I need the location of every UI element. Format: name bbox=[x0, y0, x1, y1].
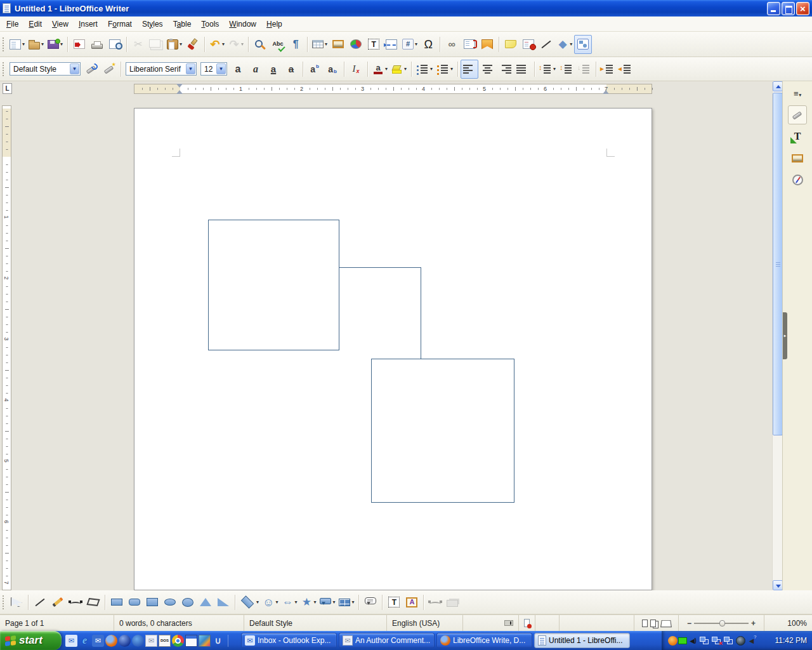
network-card-tray-icon[interactable] bbox=[678, 637, 687, 644]
update-style-button[interactable] bbox=[82, 60, 100, 79]
show-draw-functions-button[interactable] bbox=[574, 35, 592, 54]
insert-table-button[interactable]: ▾ bbox=[310, 35, 329, 54]
ellipse-button[interactable] bbox=[161, 593, 179, 612]
menu-help[interactable]: Help bbox=[261, 18, 287, 30]
zoom-slider-track[interactable] bbox=[694, 623, 749, 624]
thunderbird-icon[interactable] bbox=[132, 635, 144, 647]
minimize-button[interactable] bbox=[767, 2, 780, 15]
circle-button[interactable] bbox=[179, 593, 197, 612]
document-page[interactable] bbox=[134, 108, 652, 590]
menu-file[interactable]: File bbox=[1, 18, 23, 30]
basic-shapes-button[interactable]: ◆▾ bbox=[555, 35, 574, 54]
basic-shapes-dropdown-arrow[interactable]: ▾ bbox=[256, 599, 259, 605]
bold-button[interactable]: a bbox=[229, 60, 247, 79]
redo-button[interactable]: ↷▾ bbox=[226, 35, 246, 54]
outlook-express-icon[interactable] bbox=[65, 635, 77, 647]
new-document-dropdown-arrow[interactable]: ▾ bbox=[22, 41, 25, 47]
zoom-in-icon[interactable]: + bbox=[751, 619, 756, 628]
line-spacing-dropdown-arrow[interactable]: ▾ bbox=[553, 66, 556, 72]
print-button[interactable] bbox=[88, 35, 106, 54]
zoom-out-icon[interactable]: − bbox=[687, 619, 691, 628]
undo-dropdown-arrow[interactable]: ▾ bbox=[222, 41, 225, 47]
open-button[interactable]: ▾ bbox=[27, 35, 46, 54]
audio-tray-icon[interactable] bbox=[746, 635, 757, 646]
internet-explorer-icon[interactable] bbox=[79, 635, 91, 647]
sidebar-gallery-panel[interactable] bbox=[788, 149, 807, 168]
open-dropdown-arrow[interactable]: ▾ bbox=[41, 41, 44, 47]
align-justify-button[interactable] bbox=[514, 60, 532, 79]
callout-shapes-dropdown-arrow[interactable]: ▾ bbox=[332, 599, 335, 605]
subscript-button[interactable]: ab bbox=[324, 60, 341, 79]
select-button[interactable] bbox=[8, 593, 25, 612]
toolbar-grip[interactable] bbox=[3, 37, 5, 51]
font-size-combo[interactable]: 12▼ bbox=[200, 62, 227, 76]
network2-tray-icon[interactable] bbox=[724, 635, 735, 646]
vertical-scrollbar[interactable] bbox=[772, 81, 782, 590]
line-spacing-button[interactable]: ▾ bbox=[537, 60, 558, 79]
basic-shapes-dropdown-arrow[interactable]: ▾ bbox=[570, 41, 572, 47]
print-preview-button[interactable] bbox=[106, 35, 124, 54]
basic-shapes-button[interactable]: ▾ bbox=[238, 593, 261, 612]
toolbar-grip[interactable] bbox=[3, 595, 5, 609]
task-button-email[interactable]: An Author Comment... bbox=[339, 633, 435, 648]
font-size-dropdown-arrow[interactable]: ▼ bbox=[216, 63, 226, 74]
toggle-extrusion-button[interactable] bbox=[444, 593, 462, 612]
align-left-button[interactable] bbox=[461, 60, 478, 79]
clear-formatting-button[interactable]: Ix bbox=[347, 60, 365, 79]
insert-comment-button[interactable] bbox=[502, 35, 520, 54]
opera-icon[interactable] bbox=[119, 635, 131, 647]
strikethrough-button[interactable]: a bbox=[282, 60, 300, 79]
export-pdf-button[interactable] bbox=[70, 35, 88, 54]
page-number-status[interactable]: Page 1 of 1 bbox=[0, 615, 114, 631]
insert-textbox-button[interactable]: T bbox=[365, 35, 383, 54]
font-name-combo[interactable]: Liberation Serif▼ bbox=[126, 62, 197, 76]
edit-points-button[interactable] bbox=[426, 593, 444, 612]
insert-textbox-button[interactable]: T bbox=[385, 593, 403, 612]
highlight-color-dropdown-arrow[interactable]: ▾ bbox=[404, 66, 407, 72]
italic-button[interactable]: a bbox=[247, 60, 265, 79]
increase-indent-button[interactable] bbox=[599, 60, 617, 79]
paragraph-style-combo[interactable]: Default Style▼ bbox=[10, 62, 81, 76]
numbered-list-button[interactable]: ▾ bbox=[435, 60, 455, 79]
network-tray-icon[interactable] bbox=[700, 635, 711, 646]
menu-format[interactable]: Format bbox=[103, 18, 137, 30]
flowchart-shapes-dropdown-arrow[interactable]: ▾ bbox=[351, 599, 354, 605]
symbol-shapes-dropdown-arrow[interactable]: ▾ bbox=[275, 599, 278, 605]
save-button[interactable]: ▾ bbox=[46, 35, 65, 54]
fontwork-button[interactable]: A bbox=[403, 593, 421, 612]
flowchart-shapes-button[interactable]: ▾ bbox=[337, 593, 356, 612]
menu-insert[interactable]: Insert bbox=[74, 18, 103, 30]
maximize-button[interactable] bbox=[782, 2, 795, 15]
chrome-icon[interactable] bbox=[172, 635, 184, 647]
multi-page-view-icon[interactable] bbox=[650, 620, 656, 627]
right-triangle-button[interactable] bbox=[214, 593, 232, 612]
single-page-view-icon[interactable] bbox=[642, 620, 648, 627]
sidebar-hide-grip[interactable]: ▸ bbox=[783, 312, 787, 359]
formatting-marks-button[interactable]: ¶ bbox=[287, 35, 304, 54]
scroll-up-button[interactable] bbox=[773, 81, 783, 91]
firefox-icon[interactable] bbox=[105, 635, 117, 647]
sidebar-styles-panel[interactable]: T bbox=[788, 127, 807, 146]
window-manager-icon[interactable] bbox=[185, 635, 197, 647]
language-status[interactable]: English (USA) bbox=[387, 615, 463, 631]
close-button[interactable] bbox=[796, 2, 809, 15]
task-button-writer-document[interactable]: Untitled 1 - LibreOffi... bbox=[534, 633, 630, 648]
underline-button[interactable]: a bbox=[265, 60, 282, 79]
toolbar-grip[interactable] bbox=[3, 62, 5, 76]
left-indent-marker[interactable] bbox=[176, 87, 183, 94]
new-style-button[interactable] bbox=[100, 60, 118, 79]
insert-table-dropdown-arrow[interactable]: ▾ bbox=[325, 41, 327, 47]
menu-table[interactable]: Table bbox=[168, 18, 197, 30]
insert-field-button[interactable]: #▾ bbox=[400, 35, 419, 54]
scroll-down-button[interactable] bbox=[773, 580, 783, 590]
insert-line-button[interactable] bbox=[537, 35, 555, 54]
zoom-level[interactable]: 100% bbox=[764, 615, 812, 631]
insert-page-break-button[interactable] bbox=[383, 35, 400, 54]
clone-formatting-button[interactable] bbox=[184, 35, 202, 54]
application-tray-icon[interactable] bbox=[668, 636, 678, 646]
curve-button[interactable] bbox=[49, 593, 67, 612]
save-dropdown-arrow[interactable]: ▾ bbox=[60, 41, 63, 47]
stars-and-banners-button[interactable]: ★▾ bbox=[299, 593, 318, 612]
horizontal-ruler[interactable]: 1234567 bbox=[134, 84, 652, 94]
symbol-shapes-button[interactable]: ☺▾ bbox=[261, 593, 280, 612]
